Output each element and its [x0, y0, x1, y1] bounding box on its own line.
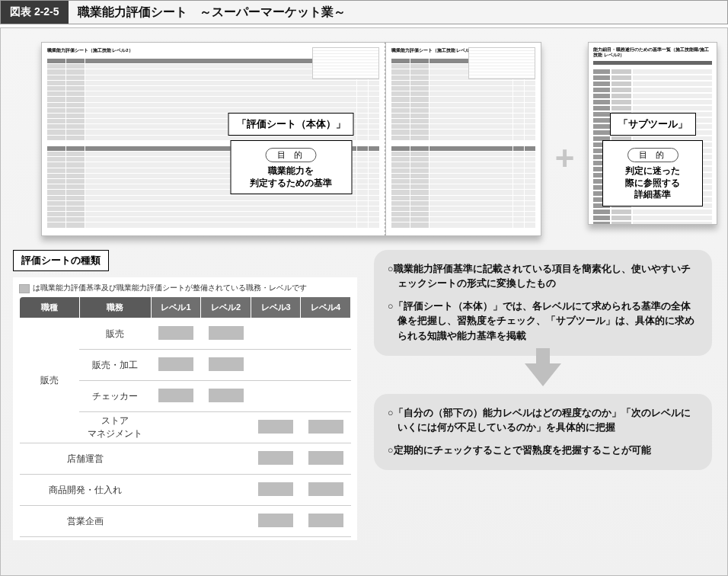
diagram-frame: 職業能力評価シート（施工技能 レベル2） 職業能力評価シート（施工技能 レベル2… [0, 27, 728, 576]
level-present-icon [158, 357, 193, 371]
types-col-header: 職種 [20, 297, 80, 318]
types-col-header: レベル1 [151, 297, 201, 318]
level-present-icon [308, 514, 343, 527]
level-cell [201, 350, 251, 381]
level-cell [251, 443, 301, 475]
level-cell [251, 412, 301, 443]
types-col-header: 職務 [79, 297, 151, 318]
bubble-point: ○定期的にチェックすることで習熟度を把握することが可能 [388, 443, 698, 458]
table-row: 店舗運営 [20, 443, 351, 475]
level-cell [301, 475, 351, 506]
subtool-sheet: 能力細目・職務遂行のための基準一覧（施工技能職/施工技能 レベル2） 「サブツー… [588, 42, 717, 225]
level-cell [251, 506, 301, 537]
types-col-header: レベル2 [201, 297, 251, 318]
level-present-icon [209, 326, 244, 340]
level-present-icon [209, 389, 244, 402]
level-cell [251, 318, 301, 350]
table-row: 商品開発・仕入れ [20, 475, 351, 506]
level-cell [251, 350, 301, 381]
types-legend: は職業能力評価基準及び職業能力評価シートが整備されている職務・レベルです [19, 283, 351, 293]
bubble-point: ○「自分の（部下の）能力レベルはどの程度なのか」「次のレベルにいくには何が不足し… [388, 406, 698, 436]
level-cell [151, 475, 201, 506]
main-sheet-page-right: 職業能力評価シート（施工技能 レベル2） [385, 42, 541, 236]
level-cell [201, 443, 251, 475]
types-col-header: レベル3 [251, 297, 301, 318]
level-cell [301, 412, 351, 443]
level-cell [301, 506, 351, 537]
level-cell [251, 475, 301, 506]
level-present-icon [308, 482, 343, 496]
subtool-label: 「サブツール」 [610, 113, 696, 136]
table-row: 販売販売 [20, 318, 351, 350]
level-present-icon [158, 389, 193, 402]
types-col-header: レベル4 [301, 297, 351, 318]
level-present-icon [258, 514, 293, 527]
description-bubble-top: ○職業能力評価基準に記載されている項目を簡素化し、使いやすいチェックシートの形式… [374, 250, 712, 356]
level-present-icon [308, 420, 343, 434]
bubble-point: ○職業能力評価基準に記載されている項目を簡素化し、使いやすいチェックシートの形式… [388, 262, 698, 292]
description-bubble-bottom: ○「自分の（部下の）能力レベルはどの程度なのか」「次のレベルにいくには何が不足し… [374, 394, 712, 470]
level-present-icon [209, 357, 244, 371]
arrow-down-icon [525, 363, 561, 386]
main-sheet-label: 「評価シート（本体）」 [228, 113, 354, 136]
main-evaluation-sheet: 職業能力評価シート（施工技能 レベル2） 職業能力評価シート（施工技能 レベル2… [41, 42, 541, 236]
level-present-icon [258, 420, 293, 434]
documents-row: 職業能力評価シート（施工技能 レベル2） 職業能力評価シート（施工技能 レベル2… [43, 42, 715, 236]
level-cell [251, 381, 301, 412]
level-cell [301, 318, 351, 350]
level-cell [201, 412, 251, 443]
level-cell [151, 412, 201, 443]
level-cell [151, 350, 201, 381]
table-row: 営業企画 [20, 506, 351, 537]
types-table: 職種職務レベル1レベル2レベル3レベル4 販売販売販売・加工チェッカーストアマネ… [19, 296, 351, 537]
legend-chip-icon [19, 284, 30, 293]
figure-caption-bar: 図表 2-2-5 職業能力評価シート ～スーパーマーケット業～ [0, 0, 728, 24]
types-heading: 評価シートの種類 [13, 250, 109, 271]
plus-icon: + [555, 139, 575, 178]
level-cell [151, 318, 201, 350]
level-cell [301, 443, 351, 475]
figure-number: 図表 2-2-5 [1, 1, 69, 24]
bubble-point: ○「評価シート（本体）」では、各レベルにて求められる基準の全体像を把握し、習熟度… [388, 299, 698, 344]
main-sheet-purpose-text: 職業能力を判定するための基準 [237, 165, 345, 189]
level-cell [301, 381, 351, 412]
level-cell [201, 318, 251, 350]
purpose-heading: 目 的 [266, 148, 317, 162]
level-cell [201, 506, 251, 537]
level-cell [201, 475, 251, 506]
level-cell [151, 506, 201, 537]
level-present-icon [258, 482, 293, 496]
subtool-purpose-text: 判定に迷った際に参照する詳細基準 [609, 165, 696, 201]
level-cell [201, 381, 251, 412]
level-present-icon [158, 326, 193, 340]
figure-title: 職業能力評価シート ～スーパーマーケット業～ [69, 1, 727, 24]
level-present-icon [258, 451, 293, 465]
level-cell [151, 443, 201, 475]
level-present-icon [308, 451, 343, 465]
main-sheet-purpose-box: 目 的 職業能力を判定するための基準 [230, 140, 352, 194]
purpose-heading: 目 的 [627, 148, 679, 162]
level-cell [301, 350, 351, 381]
level-cell [151, 381, 201, 412]
subtool-purpose-box: 目 的 判定に迷った際に参照する詳細基準 [602, 140, 703, 206]
